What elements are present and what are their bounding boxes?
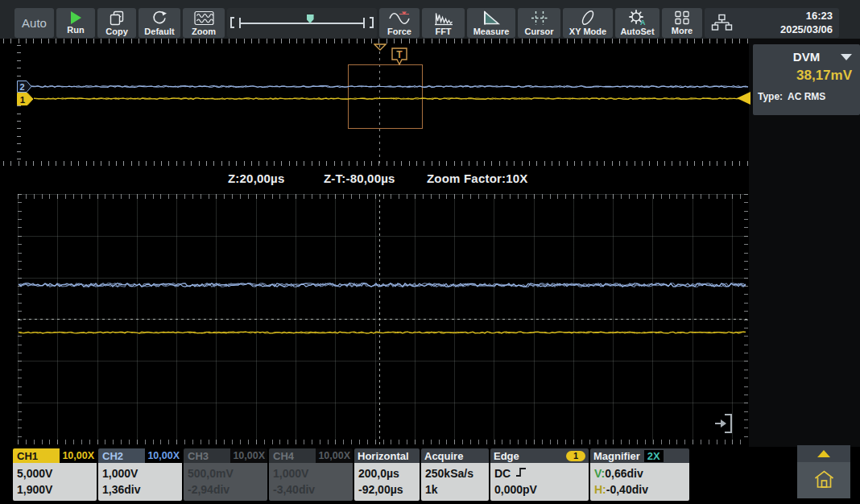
collapse-menu-button[interactable] [797, 445, 850, 462]
channel1-status-block[interactable]: CH1 10,00X 5,000V 1,900V [13, 448, 97, 501]
dvm-title: DVM [793, 50, 820, 64]
clock-time: 16:23 [780, 10, 833, 23]
force-trigger-icon [389, 10, 410, 26]
chevron-down-icon[interactable] [841, 54, 852, 60]
channel3-scale: 500,0mV [188, 465, 234, 481]
trigger-status-label: Auto [22, 16, 47, 30]
acquire-sample-rate: 250kSa/s [425, 465, 473, 481]
copy-icon [110, 10, 125, 26]
horizontal-position-marker-icon[interactable] [374, 39, 387, 54]
channel4-status-block[interactable]: CH4 10,00X 1,000V -3,40div [269, 448, 353, 501]
cursor-button[interactable]: Cursor [518, 8, 560, 38]
cursor-crosshair-icon [531, 10, 548, 26]
zoom-timebase-readout: Z:20,00µs [228, 171, 284, 185]
horizontal-timebase: 200,0µs [358, 465, 399, 481]
channel2-scale: 1,000V [102, 465, 138, 481]
trigger-flag-label: T [396, 49, 403, 60]
graticule-left-ticks [18, 194, 22, 444]
horizontal-offset: -92,00µs [358, 481, 403, 498]
dvm-type-value: AC RMS [788, 91, 825, 102]
slider-left-bracket [230, 17, 234, 28]
network-clock-area[interactable]: 16:23 2025/03/06 [705, 8, 839, 38]
graticule-bottom-ticks [18, 440, 748, 444]
slider-track [240, 23, 364, 24]
xy-lissajous-icon [578, 10, 597, 26]
slider-right-tick [363, 18, 365, 28]
acquire-title: Acquire [424, 450, 463, 462]
clock-date: 2025/03/06 [780, 23, 833, 37]
channel4-scale: 1,000V [273, 465, 308, 481]
trigger-status-button[interactable]: Auto [14, 8, 54, 38]
copy-button[interactable]: Copy [97, 8, 136, 38]
magnifier-status-block[interactable]: Magnifier 2X V: 0,66div H: -0,40div [590, 448, 689, 501]
dvm-type-label: Type: [758, 91, 783, 102]
channel4-name: CH4 [269, 448, 316, 463]
more-grid-icon [674, 10, 690, 25]
channel1-scale: 5,000V [17, 465, 52, 481]
panel-expand-icon[interactable] [712, 412, 734, 438]
default-button[interactable]: Default [139, 8, 180, 38]
channel2-position: 1,36div [102, 481, 140, 498]
trigger-position-flag[interactable]: T [391, 48, 407, 73]
fft-button[interactable]: FFT [422, 8, 465, 38]
trigger-level: 0,000pV [494, 481, 537, 498]
magnifier-h-label: H: [594, 481, 606, 498]
magnifier-h-value: -0,40div [606, 481, 648, 498]
horizontal-status-block[interactable]: Horizontal 200,0µs -92,00µs [354, 448, 420, 501]
toolbar: Auto Run Copy Default [0, 0, 860, 39]
zoom-trigger-offset-readout: Z-T:-80,00µs [324, 171, 395, 185]
channel4-probe-ratio: 10,00X [316, 448, 353, 463]
home-icon [813, 469, 835, 492]
run-play-icon [71, 11, 81, 24]
chevron-up-icon [817, 450, 830, 457]
channel3-position: -2,94div [188, 481, 229, 498]
zoom-waveform-icon [194, 10, 214, 26]
trigger-source-badge: 1 [566, 451, 585, 461]
horizontal-position-slider[interactable] [227, 8, 377, 38]
measure-button[interactable]: Measure [467, 8, 515, 38]
oscilloscope-app: Auto Run Copy Default [0, 0, 860, 504]
channel2-probe-ratio: 10,00X [145, 448, 182, 463]
acquire-memory-depth: 1k [425, 481, 438, 498]
force-button[interactable]: Force [379, 8, 420, 38]
home-button[interactable] [797, 462, 850, 498]
clock: 16:23 2025/03/06 [780, 10, 833, 37]
zoom-button[interactable]: Zoom [183, 8, 225, 38]
channel2-marker-label: 2 [19, 82, 24, 92]
graticule-right-ticks [744, 194, 748, 444]
dvm-value: 38,17mV [753, 68, 860, 84]
channel4-position: -3,40div [273, 481, 315, 498]
channel3-probe-ratio: 10,00X [230, 448, 267, 463]
channel3-name: CH3 [184, 448, 230, 463]
lan-network-icon [711, 14, 733, 32]
trigger-level-marker[interactable] [737, 92, 750, 105]
trigger-status-block[interactable]: Edge 1 DC 0,000pV [490, 448, 589, 501]
fft-spectrum-icon [434, 10, 453, 26]
xy-mode-button[interactable]: XY Mode [563, 8, 613, 38]
run-button[interactable]: Run [56, 8, 95, 38]
channel1-name: CH1 [13, 448, 60, 463]
slider-right-bracket [370, 17, 374, 28]
overview-bottom-tick-ruler [3, 161, 748, 166]
trigger-coupling: DC [494, 465, 511, 481]
channel2-status-block[interactable]: CH2 10,00X 1,000V 1,36div [98, 448, 182, 501]
rising-edge-icon [515, 465, 527, 481]
channel3-status-block[interactable]: CH3 10,00X 500,0mV -2,94div [184, 448, 267, 501]
magnifier-v-value: 0,66div [605, 465, 643, 481]
more-button[interactable]: More [662, 8, 702, 38]
channel1-marker-label: 1 [20, 95, 26, 105]
channel1-position: 1,900V [17, 481, 52, 498]
channel1-marker[interactable]: 1 [17, 93, 34, 109]
svg-text:A: A [640, 19, 646, 26]
magnifier-v-label: V: [594, 465, 605, 481]
default-reset-icon [151, 10, 167, 26]
zoom-window-box[interactable] [348, 64, 423, 129]
horizontal-title: Horizontal [358, 450, 409, 462]
channel1-probe-ratio: 10,00X [60, 448, 97, 463]
graticule-center-horizontal [18, 319, 748, 320]
autoset-button[interactable]: A AutoSet [615, 8, 659, 38]
measure-icon [482, 10, 500, 26]
dvm-panel[interactable]: DVM 38,17mV Type: AC RMS [753, 44, 860, 115]
acquire-status-block[interactable]: Acquire 250kSa/s 1k [421, 448, 489, 501]
channel2-name: CH2 [98, 448, 145, 463]
